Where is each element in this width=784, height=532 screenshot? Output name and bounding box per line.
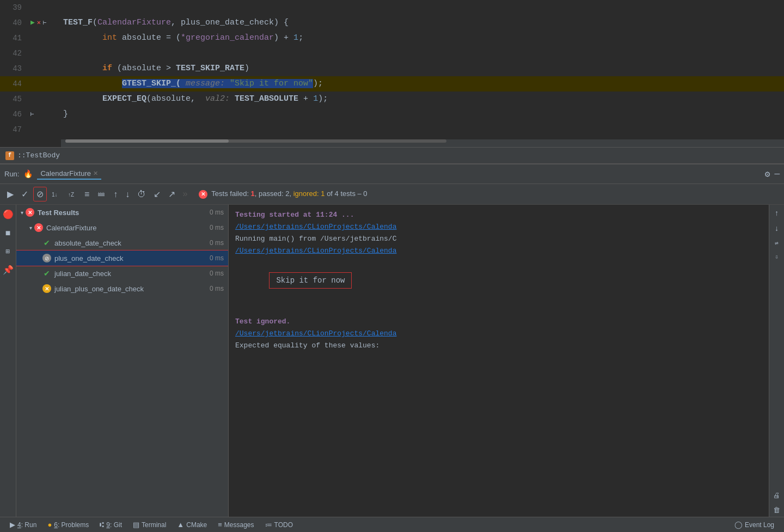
settings-icon[interactable]: ⚙ — [765, 169, 770, 180]
git-label: 9: Git — [106, 521, 122, 529]
output-line-2[interactable]: /Users/jetbrains/CLionProjects/Calenda — [235, 221, 762, 233]
clock-button[interactable]: ⏱ — [134, 188, 149, 201]
output-line-6 — [235, 304, 762, 316]
left-sidebar: 🔴 ■ ⊞ 📌 — [0, 205, 16, 517]
check-button[interactable]: ✓ — [19, 187, 31, 201]
output-line-3: Running main() from /Users/jetbrains/C — [235, 233, 762, 245]
layout-icon[interactable]: ⊞ — [4, 245, 13, 258]
sort-za-button[interactable]: ↑Z — [65, 188, 79, 200]
minimize-icon[interactable]: — — [774, 169, 780, 179]
up-button[interactable]: ↑ — [111, 188, 120, 201]
code-content-45: EXPECT_EQ(absolute, val2: TEST_ABSOLUTE … — [61, 91, 784, 107]
calendar-fixture-label: CalendarFixture — [46, 224, 97, 232]
calendar-fixture-collapse-icon[interactable]: ▾ — [29, 225, 32, 231]
status-cmake[interactable]: ▲ CMake — [171, 517, 212, 532]
status-event-log[interactable]: ◯ Event Log — [729, 517, 780, 532]
align-bottom-button[interactable]: ⩸ — [94, 188, 108, 201]
run-gutter-icon[interactable]: ▶ — [30, 15, 35, 30]
breadcrumb: f ::TestBody — [0, 147, 784, 163]
horizontal-scrollbar[interactable] — [61, 139, 784, 147]
line-number-46: 46 — [0, 107, 28, 122]
line-number-45: 45 — [0, 91, 28, 107]
align-center-button[interactable]: ≡ — [82, 188, 92, 201]
run-panel-header: Run: 🔥 CalendarFixture ✕ ⚙ — — [0, 164, 784, 184]
event-log-icon: ◯ — [734, 521, 743, 529]
soft-wrap-button[interactable]: ⇌ — [773, 237, 781, 249]
align-down-button[interactable]: ⇩ — [773, 251, 781, 262]
terminal-icon: ▤ — [133, 521, 139, 529]
julian-date-check-item[interactable]: ✔ julian_date_check 0 ms — [16, 266, 228, 281]
print-button[interactable]: 🖨 — [771, 490, 782, 502]
status-git[interactable]: ⑆ 9: Git — [94, 517, 127, 532]
calendar-fixture-fail-icon: ✕ — [34, 223, 43, 232]
test-status: ✕ Tests failed: 1, passed: 2, ignored: 1… — [199, 189, 367, 199]
sort-az-button[interactable]: 1↓ — [49, 188, 63, 200]
method-icon: ⊢ — [43, 15, 47, 30]
julian-date-check-time: 0 ms — [210, 270, 224, 277]
scroll-down-button[interactable]: ↓ — [772, 222, 781, 235]
bookmark-icon: ⊢ — [30, 107, 34, 122]
output-line-1: Testing started at 11:24 ... — [235, 209, 762, 221]
delete-button[interactable]: 🗑 — [771, 504, 782, 517]
run-tab-calendar[interactable]: CalendarFixture ✕ — [37, 168, 101, 180]
status-terminal[interactable]: ▤ Terminal — [127, 517, 171, 532]
fail-status-icon: ✕ — [199, 190, 207, 199]
test-results-header[interactable]: ▾ ✕ Test Results 0 ms — [16, 205, 228, 220]
code-line-45: 45 EXPECT_EQ(absolute, val2: TEST_ABSOLU… — [0, 91, 784, 107]
svg-text:↑Z: ↑Z — [68, 192, 74, 198]
calendar-fixture-time: 0 ms — [210, 224, 224, 231]
output-line-7: Test ignored. — [235, 316, 762, 328]
error-icon[interactable]: 🔴 — [1, 207, 16, 222]
down-button[interactable]: ↓ — [122, 188, 132, 201]
status-run[interactable]: ▶ 4: Run — [4, 517, 42, 532]
breadcrumb-text: ::TestBody — [17, 151, 60, 160]
stop-button[interactable]: ⊘ — [33, 187, 47, 201]
absolute-date-check-item[interactable]: ✔ absolute_date_check 0 ms — [16, 235, 228, 250]
output-line-9: Expected equality of these values: — [235, 340, 762, 352]
scroll-up-button[interactable]: ↑ — [772, 207, 781, 220]
git-icon: ⑆ — [100, 521, 104, 529]
plus-one-date-check-item[interactable]: ⊘ plus_one_date_check 0 ms — [16, 250, 228, 266]
plus-one-skip-icon: ⊘ — [42, 254, 51, 262]
corner-right-button[interactable]: ↗ — [166, 187, 178, 201]
julian-plus-one-time: 0 ms — [210, 285, 224, 292]
calendar-fixture-item[interactable]: ▾ ✕ CalendarFixture 0 ms — [16, 220, 228, 235]
output-line-5: Skip it for now — [235, 260, 762, 301]
tab-close-icon[interactable]: ✕ — [93, 170, 98, 177]
line-number-39: 39 — [0, 0, 28, 15]
code-line-39: 39 — [0, 0, 784, 15]
collapse-icon[interactable]: ▾ — [21, 210, 23, 216]
stop-square-icon[interactable]: ■ — [3, 227, 13, 241]
problems-label: 6: Problems — [54, 521, 89, 529]
terminal-label: Terminal — [142, 521, 166, 529]
code-content-46: } — [61, 107, 784, 122]
status-text: Tests failed: 1, passed: 2, ignored: 1 o… — [211, 189, 367, 198]
todo-label: TODO — [274, 521, 293, 529]
code-line-44: 44 GTEST_SKIP_( message: "Skip it for no… — [0, 76, 784, 91]
julian-plus-one-item[interactable]: ✕ julian_plus_one_date_check 0 ms — [16, 281, 228, 296]
status-bar: ▶ 4: Run ● 6: Problems ⑆ 9: Git ▤ Termin… — [0, 517, 784, 532]
julian-plus-one-label: julian_plus_one_date_check — [54, 285, 144, 293]
test-tree: ▾ ✕ Test Results 0 ms ▾ ✕ CalendarFixtur… — [16, 205, 229, 517]
plus-one-date-check-time: 0 ms — [210, 254, 224, 262]
code-line-42: 42 — [0, 46, 784, 61]
output-line-4[interactable]: /Users/jetbrains/CLionProjects/Calenda — [235, 245, 762, 257]
corner-left-button[interactable]: ↙ — [151, 187, 163, 201]
breadcrumb-function-icon: f — [5, 151, 14, 160]
status-todo[interactable]: ≔ TODO — [260, 517, 298, 532]
run-status-icon: ▶ — [10, 521, 15, 529]
status-messages[interactable]: ≡ Messages — [212, 517, 259, 532]
line-number-44: 44 — [0, 76, 28, 91]
absolute-pass-icon: ✔ — [42, 239, 51, 247]
code-line-46: 46 ⊢ } — [0, 107, 784, 122]
pin-icon[interactable]: 📌 — [1, 262, 16, 278]
output-line-8[interactable]: /Users/jetbrains/CLionProjects/Calenda — [235, 328, 762, 340]
problems-icon: ● — [47, 521, 52, 529]
status-problems[interactable]: ● 6: Problems — [42, 517, 94, 532]
code-editor: 39 40 ▶ ✕ ⊢ TEST_F(CalendarFixture, plus… — [0, 0, 784, 147]
run-button[interactable]: ▶ — [4, 187, 16, 201]
line-number-43: 43 — [0, 61, 28, 76]
plus-one-date-check-label: plus_one_date_check — [54, 254, 124, 262]
line-number-41: 41 — [0, 30, 28, 46]
header-fail-icon: ✕ — [26, 208, 34, 217]
